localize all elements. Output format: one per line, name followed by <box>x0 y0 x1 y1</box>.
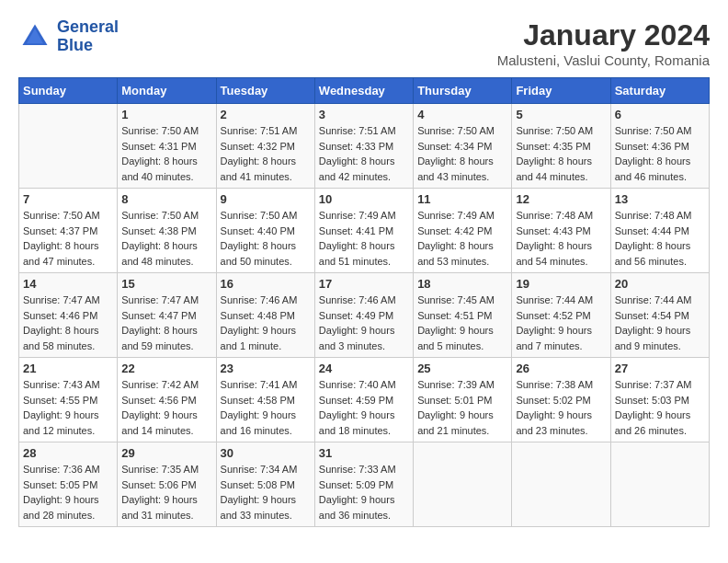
day-number: 14 <box>23 277 113 291</box>
day-info: Sunrise: 7:50 AM Sunset: 4:35 PM Dayligh… <box>516 123 606 184</box>
day-info: Sunrise: 7:47 AM Sunset: 4:47 PM Dayligh… <box>121 293 211 353</box>
day-info: Sunrise: 7:39 AM Sunset: 5:01 PM Dayligh… <box>417 377 507 438</box>
calendar-cell: 14Sunrise: 7:47 AM Sunset: 4:46 PM Dayli… <box>19 273 118 358</box>
day-info: Sunrise: 7:36 AM Sunset: 5:05 PM Dayligh… <box>23 462 113 523</box>
calendar-week-row: 1Sunrise: 7:50 AM Sunset: 4:31 PM Daylig… <box>19 104 710 189</box>
calendar-cell: 8Sunrise: 7:50 AM Sunset: 4:38 PM Daylig… <box>118 189 216 273</box>
calendar-week-row: 14Sunrise: 7:47 AM Sunset: 4:46 PM Dayli… <box>19 273 710 358</box>
day-info: Sunrise: 7:34 AM Sunset: 5:08 PM Dayligh… <box>221 462 311 523</box>
day-number: 20 <box>615 277 705 291</box>
day-info: Sunrise: 7:38 AM Sunset: 5:02 PM Dayligh… <box>516 377 606 438</box>
calendar-cell: 31Sunrise: 7:33 AM Sunset: 5:09 PM Dayli… <box>314 442 413 527</box>
day-number: 21 <box>23 362 113 375</box>
day-number: 27 <box>615 362 705 375</box>
calendar-cell: 30Sunrise: 7:34 AM Sunset: 5:08 PM Dayli… <box>216 442 314 527</box>
calendar-cell <box>610 442 709 527</box>
calendar-cell: 18Sunrise: 7:45 AM Sunset: 4:51 PM Dayli… <box>414 273 512 358</box>
calendar-cell: 28Sunrise: 7:36 AM Sunset: 5:05 PM Dayli… <box>19 442 118 527</box>
column-header-saturday: Saturday <box>610 78 709 104</box>
day-info: Sunrise: 7:51 AM Sunset: 4:32 PM Dayligh… <box>221 123 311 184</box>
column-header-sunday: Sunday <box>19 78 118 104</box>
day-info: Sunrise: 7:49 AM Sunset: 4:42 PM Dayligh… <box>417 208 507 269</box>
calendar-cell: 24Sunrise: 7:40 AM Sunset: 4:59 PM Dayli… <box>314 358 413 442</box>
day-number: 25 <box>417 362 507 375</box>
title-area: January 2024 Malusteni, Vaslui County, R… <box>497 18 710 68</box>
column-header-wednesday: Wednesday <box>314 78 413 104</box>
day-info: Sunrise: 7:50 AM Sunset: 4:37 PM Dayligh… <box>23 208 113 269</box>
day-info: Sunrise: 7:44 AM Sunset: 4:52 PM Dayligh… <box>516 293 606 353</box>
calendar-cell: 20Sunrise: 7:44 AM Sunset: 4:54 PM Dayli… <box>610 273 709 358</box>
day-number: 1 <box>121 108 211 121</box>
calendar-cell: 4Sunrise: 7:50 AM Sunset: 4:34 PM Daylig… <box>414 104 512 189</box>
day-number: 30 <box>221 446 311 460</box>
calendar-cell: 6Sunrise: 7:50 AM Sunset: 4:36 PM Daylig… <box>610 104 709 189</box>
day-info: Sunrise: 7:40 AM Sunset: 4:59 PM Dayligh… <box>319 377 409 438</box>
calendar-cell: 2Sunrise: 7:51 AM Sunset: 4:32 PM Daylig… <box>216 104 314 189</box>
day-number: 11 <box>417 192 507 206</box>
day-number: 8 <box>121 192 211 206</box>
page-header: General Blue January 2024 Malusteni, Vas… <box>18 18 710 68</box>
calendar-cell: 7Sunrise: 7:50 AM Sunset: 4:37 PM Daylig… <box>19 189 118 273</box>
calendar-cell: 3Sunrise: 7:51 AM Sunset: 4:33 PM Daylig… <box>314 104 413 189</box>
day-info: Sunrise: 7:50 AM Sunset: 4:36 PM Dayligh… <box>615 123 705 184</box>
day-number: 16 <box>221 277 311 291</box>
day-info: Sunrise: 7:45 AM Sunset: 4:51 PM Dayligh… <box>417 293 507 353</box>
day-info: Sunrise: 7:33 AM Sunset: 5:09 PM Dayligh… <box>319 462 409 523</box>
day-info: Sunrise: 7:35 AM Sunset: 5:06 PM Dayligh… <box>121 462 211 523</box>
day-number: 7 <box>23 192 113 206</box>
day-number: 10 <box>319 192 409 206</box>
day-info: Sunrise: 7:41 AM Sunset: 4:58 PM Dayligh… <box>221 377 311 438</box>
calendar-header-row: SundayMondayTuesdayWednesdayThursdayFrid… <box>19 78 710 104</box>
day-info: Sunrise: 7:44 AM Sunset: 4:54 PM Dayligh… <box>615 293 705 353</box>
calendar-cell: 21Sunrise: 7:43 AM Sunset: 4:55 PM Dayli… <box>19 358 118 442</box>
calendar-cell: 11Sunrise: 7:49 AM Sunset: 4:42 PM Dayli… <box>414 189 512 273</box>
day-number: 12 <box>516 192 606 206</box>
day-number: 23 <box>221 362 311 375</box>
day-info: Sunrise: 7:47 AM Sunset: 4:46 PM Dayligh… <box>23 293 113 353</box>
calendar-cell: 25Sunrise: 7:39 AM Sunset: 5:01 PM Dayli… <box>414 358 512 442</box>
logo: General Blue <box>18 18 119 55</box>
day-info: Sunrise: 7:42 AM Sunset: 4:56 PM Dayligh… <box>121 377 211 438</box>
calendar-cell: 27Sunrise: 7:37 AM Sunset: 5:03 PM Dayli… <box>610 358 709 442</box>
day-number: 24 <box>319 362 409 375</box>
day-number: 31 <box>319 446 409 460</box>
calendar-cell: 17Sunrise: 7:46 AM Sunset: 4:49 PM Dayli… <box>314 273 413 358</box>
day-number: 19 <box>516 277 606 291</box>
calendar-cell: 22Sunrise: 7:42 AM Sunset: 4:56 PM Dayli… <box>118 358 216 442</box>
day-number: 5 <box>516 108 606 121</box>
logo-icon <box>18 20 51 53</box>
calendar-cell: 9Sunrise: 7:50 AM Sunset: 4:40 PM Daylig… <box>216 189 314 273</box>
day-number: 3 <box>319 108 409 121</box>
day-number: 13 <box>615 192 705 206</box>
day-info: Sunrise: 7:37 AM Sunset: 5:03 PM Dayligh… <box>615 377 705 438</box>
day-info: Sunrise: 7:50 AM Sunset: 4:38 PM Dayligh… <box>121 208 211 269</box>
day-info: Sunrise: 7:46 AM Sunset: 4:48 PM Dayligh… <box>221 293 311 353</box>
day-number: 29 <box>121 446 211 460</box>
calendar-cell: 26Sunrise: 7:38 AM Sunset: 5:02 PM Dayli… <box>512 358 610 442</box>
calendar-cell: 5Sunrise: 7:50 AM Sunset: 4:35 PM Daylig… <box>512 104 610 189</box>
calendar-cell: 19Sunrise: 7:44 AM Sunset: 4:52 PM Dayli… <box>512 273 610 358</box>
column-header-friday: Friday <box>512 78 610 104</box>
calendar-week-row: 28Sunrise: 7:36 AM Sunset: 5:05 PM Dayli… <box>19 442 710 527</box>
column-header-monday: Monday <box>118 78 216 104</box>
day-info: Sunrise: 7:50 AM Sunset: 4:40 PM Dayligh… <box>221 208 311 269</box>
day-info: Sunrise: 7:46 AM Sunset: 4:49 PM Dayligh… <box>319 293 409 353</box>
day-number: 4 <box>417 108 507 121</box>
calendar-cell <box>512 442 610 527</box>
day-number: 6 <box>615 108 705 121</box>
calendar-cell: 13Sunrise: 7:48 AM Sunset: 4:44 PM Dayli… <box>610 189 709 273</box>
day-info: Sunrise: 7:49 AM Sunset: 4:41 PM Dayligh… <box>319 208 409 269</box>
day-info: Sunrise: 7:50 AM Sunset: 4:31 PM Dayligh… <box>121 123 211 184</box>
calendar-cell <box>19 104 118 189</box>
calendar-cell: 16Sunrise: 7:46 AM Sunset: 4:48 PM Dayli… <box>216 273 314 358</box>
day-info: Sunrise: 7:51 AM Sunset: 4:33 PM Dayligh… <box>319 123 409 184</box>
column-header-tuesday: Tuesday <box>216 78 314 104</box>
day-number: 22 <box>121 362 211 375</box>
day-number: 9 <box>221 192 311 206</box>
day-info: Sunrise: 7:48 AM Sunset: 4:43 PM Dayligh… <box>516 208 606 269</box>
day-info: Sunrise: 7:48 AM Sunset: 4:44 PM Dayligh… <box>615 208 705 269</box>
calendar-cell: 1Sunrise: 7:50 AM Sunset: 4:31 PM Daylig… <box>118 104 216 189</box>
page-subtitle: Malusteni, Vaslui County, Romania <box>497 52 710 68</box>
calendar-cell: 10Sunrise: 7:49 AM Sunset: 4:41 PM Dayli… <box>314 189 413 273</box>
calendar-week-row: 21Sunrise: 7:43 AM Sunset: 4:55 PM Dayli… <box>19 358 710 442</box>
